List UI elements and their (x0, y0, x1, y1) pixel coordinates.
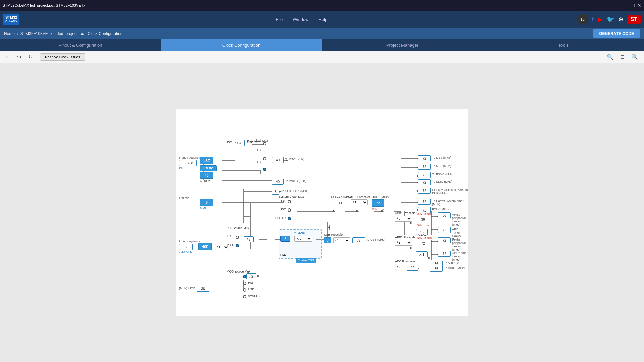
sys-mux-radio-pll[interactable] (288, 217, 291, 220)
apb1-timer-value[interactable]: 72 (438, 227, 451, 233)
apb2-prescaler-select[interactable]: / 1 (395, 240, 412, 246)
sys-mux-radio-hsi[interactable] (288, 200, 291, 203)
redo-button[interactable]: ↪ (15, 53, 23, 61)
tab-tools[interactable]: Tools (483, 39, 644, 51)
apb1-prescaler-select[interactable]: / 2 (395, 216, 412, 222)
mco-radio-hsi[interactable] (243, 282, 246, 285)
to-sdio-label: To SDIO (MHz) (432, 180, 452, 183)
menu-file[interactable]: File (276, 17, 283, 22)
lse-freq-value[interactable]: 32.768 (179, 160, 197, 166)
menu-help[interactable]: Help (319, 17, 328, 22)
notification-badge[interactable]: 10 (577, 14, 588, 25)
zoom-in-button[interactable]: 🔍 (605, 53, 615, 61)
i2s3-value[interactable]: 72 (418, 164, 431, 170)
sdio-bottom-value[interactable]: 36 (430, 266, 443, 272)
cortex-value[interactable]: 72 (418, 199, 431, 205)
hse-128-divider[interactable]: / 128 (233, 140, 245, 146)
hclk-value[interactable]: 72 (372, 199, 384, 207)
apb2-freq-value[interactable]: 72 (417, 240, 429, 247)
flt-value[interactable]: 8 (272, 189, 279, 195)
breadcrumb-home[interactable]: Home (4, 31, 15, 36)
lsi-rc-value[interactable]: 40 (200, 172, 213, 179)
pll-mux-radio-hsi[interactable] (236, 236, 239, 239)
to-cortex-label: To Cortex System timer (MHz) (432, 199, 468, 206)
pll-mux-radio-hse[interactable] (236, 244, 239, 247)
iwdg-value[interactable]: 40 (272, 179, 284, 185)
lse-block[interactable]: LSE (200, 157, 213, 164)
mco-radio-sysclk[interactable] (243, 295, 246, 298)
sdio-div2[interactable]: / 2 (407, 265, 418, 271)
hse-pll-label: HSE (227, 243, 234, 246)
maximize-button[interactable]: □ (632, 3, 635, 8)
svg-marker-32 (356, 210, 359, 212)
hsi-unit-label: 8 MHz (200, 207, 209, 210)
apb1-periph-value[interactable]: 36 (438, 212, 451, 218)
hse-block[interactable]: HSE (198, 243, 212, 250)
resolve-clock-button[interactable]: Resolve Clock Issues (40, 53, 85, 61)
mco-div2-val[interactable]: / 2 (246, 273, 256, 279)
rtc-mux-radio1[interactable] (263, 142, 266, 145)
svg-marker-52 (410, 222, 413, 224)
ahb-prescaler-select[interactable]: / 1 (351, 199, 368, 205)
apb2-x1-value[interactable]: X 1 (416, 251, 428, 257)
generate-code-button[interactable]: GENERATE CODE (593, 29, 640, 38)
apb1-freq-value[interactable]: 36 (417, 216, 429, 223)
pll-label: PLL (280, 253, 286, 256)
close-button[interactable]: ✕ (637, 3, 641, 8)
clock-diagram: Input frequency 32.768 KHz LSE LSI RC 40… (176, 109, 468, 316)
tab-clock[interactable]: Clock Configuration (161, 39, 322, 51)
pll-div2[interactable]: / 2 (244, 236, 254, 242)
rtc-value[interactable]: 40 (272, 157, 284, 163)
pll-input-value[interactable]: 8 (280, 236, 290, 242)
hse-input-label: Input frequency (179, 240, 200, 243)
usb-value[interactable]: 72 (352, 237, 365, 243)
lse-unit-label: KHz (179, 167, 185, 170)
to-i2s3-label: To I2S3 (MHz) (432, 164, 451, 168)
undo-button[interactable]: ↩ (4, 53, 12, 61)
st-logo: ST (627, 15, 641, 24)
minimize-button[interactable]: — (625, 3, 629, 8)
hse-freq-value[interactable]: 8 (179, 244, 193, 250)
breadcrumb-device[interactable]: STM32F103VETx (20, 31, 52, 36)
apb2-timer-value[interactable]: 72 (438, 251, 451, 257)
mco-radio-pllclk[interactable] (243, 275, 246, 278)
pll-mux-label: PLL Source Mux (227, 226, 249, 230)
enable-css-button[interactable]: Enable CSS (296, 258, 316, 263)
tab-pinout[interactable]: Pinout & Configuration (0, 39, 161, 51)
youtube-icon[interactable]: ▶ (598, 16, 603, 23)
fsmc-value[interactable]: 72 (418, 172, 431, 178)
menu-items: File Window Help (26, 17, 577, 22)
tab-project[interactable]: Project Manager (322, 39, 483, 51)
twitter-icon[interactable]: 🐦 (607, 16, 614, 23)
ahb-value[interactable]: 72 (418, 188, 431, 194)
to-fsmc-label: To FSMC (MHz) (432, 173, 454, 176)
hse-div-select[interactable]: / 1 (215, 244, 229, 250)
usb-div-select[interactable]: / 1 (333, 237, 350, 243)
sysclk-mco-label: SYSCLK (248, 294, 260, 298)
lsi-rc-block: LSI RC (200, 165, 217, 171)
pll-mul-select[interactable]: X 9 (294, 236, 312, 242)
mco-value[interactable]: 36 (197, 286, 209, 292)
sys-mux-radio-hse[interactable] (288, 208, 291, 212)
i2s2-value[interactable]: 72 (418, 155, 431, 161)
lsi-unit-label: 40 KHz (200, 179, 210, 183)
adc-prescaler-label: ADC Prescaler (395, 260, 415, 263)
network-icon[interactable]: ⊕ (618, 16, 623, 23)
menu-window[interactable]: Window (293, 17, 308, 22)
usb-input-value[interactable]: 8 (324, 237, 331, 243)
refresh-button[interactable]: ↻ (26, 53, 35, 61)
sdio-value[interactable]: 72 (418, 179, 431, 185)
mco-label: (MHz) MCO (179, 287, 195, 290)
zoom-out-button[interactable]: 🔍 (629, 53, 640, 61)
rtc-mux-radio2[interactable] (263, 157, 266, 160)
mco-radio-hse[interactable] (243, 288, 246, 292)
fclk-value[interactable]: 72 (418, 207, 431, 213)
sysclk-value[interactable]: 72 (335, 199, 346, 206)
breadcrumb-current[interactable]: led_project.ioc - Clock Configuration (58, 31, 123, 36)
zoom-fit-button[interactable]: ⊡ (618, 53, 627, 61)
apb2-periph-value[interactable]: 72 (438, 237, 451, 243)
rtc-mux-radio3[interactable] (263, 168, 266, 171)
hsi-rc-block[interactable]: 8 (200, 199, 213, 206)
to-fclk-label: FCLK (MHz) (432, 208, 449, 211)
facebook-icon[interactable]: f (592, 16, 594, 23)
